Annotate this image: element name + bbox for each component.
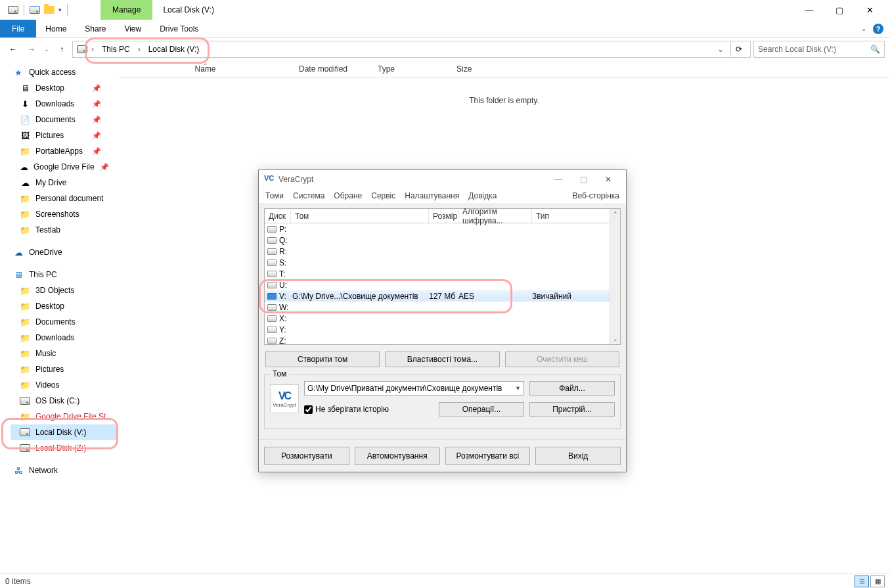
select-file-button[interactable]: Файл... [529,381,615,396]
forward-button[interactable]: → [24,41,39,57]
scroll-down-icon[interactable]: ⌄ [610,334,620,344]
sidebar-item[interactable]: Local Disk (Z:) [11,440,118,456]
menu-homepage[interactable]: Веб-сторінка [572,191,619,200]
details-view-button[interactable]: ☰ [855,576,869,587]
drive-row[interactable]: X: [265,313,620,324]
sidebar-item[interactable]: 🖼Pictures📌 [11,127,118,143]
drive-row[interactable]: V:G:\My Drive...\Сховище документів127 М… [265,290,620,302]
expand-ribbon-icon[interactable]: ⌄ [861,25,866,32]
drive-row[interactable]: P: [265,223,620,235]
chevron-right-icon[interactable]: › [137,45,142,54]
dismount-button[interactable]: Розмонтувати [264,447,349,465]
drive-list-header[interactable]: Диск Том Розмір Алгоритм шифрува... Тип [265,209,620,223]
sidebar-item[interactable]: ⬇Downloads📌 [11,96,118,112]
scroll-up-icon[interactable]: ⌃ [610,209,620,219]
volume-path-combo[interactable]: G:\My Drive\Приватні документи\Сховище д… [304,381,524,396]
open-folder-icon[interactable] [44,5,55,15]
contextual-tab-manage[interactable]: Manage [100,0,152,20]
drive-row[interactable]: Y: [265,324,620,335]
sidebar-item[interactable]: 📁3D Objects [11,283,118,298]
up-button[interactable]: ↑ [54,41,70,57]
dismount-all-button[interactable]: Розмонтувати всі [445,447,531,465]
menu-system[interactable]: Система [293,191,324,200]
col-type[interactable]: Тип [532,209,620,223]
wipe-cache-button[interactable]: Очистити кеш [505,351,619,367]
col-drive[interactable]: Диск [265,209,291,223]
drive-row[interactable]: R: [265,246,620,257]
sidebar-item[interactable]: 📁PortableApps📌 [11,143,118,159]
sidebar-item[interactable]: 📁Music [11,346,118,361]
sidebar-item[interactable]: 📁Personal document [11,191,118,206]
drive-row[interactable]: T: [265,268,620,279]
sidebar-item[interactable]: 📁Testlab [11,222,118,238]
properties-icon[interactable] [30,5,40,15]
chevron-down-icon[interactable]: ▼ [515,385,521,392]
chevron-right-icon[interactable]: › [90,45,95,54]
sidebar-network[interactable]: 🖧 Network [11,463,118,478]
sidebar-item[interactable]: 📁Desktop [11,298,118,314]
large-icons-view-button[interactable]: ▦ [870,576,885,587]
sidebar-item[interactable]: 📄Documents📌 [11,112,118,127]
address-bar[interactable]: › This PC › Local Disk (V:) ⌄ ⟳ [72,41,751,58]
column-headers[interactable]: ⌃Name Date modified Type Size [118,60,890,78]
drive-row[interactable]: W: [265,302,620,313]
scrollbar[interactable]: ⌃ ⌄ [610,209,620,344]
drive-list[interactable]: Диск Том Розмір Алгоритм шифрува... Тип … [264,208,621,345]
sidebar-quick-access[interactable]: ★ Quick access [11,64,118,80]
search-input[interactable]: Search Local Disk (V:) 🔍 [753,41,885,58]
sidebar-this-pc[interactable]: 🖥 This PC [11,267,118,283]
qat-dropdown-icon[interactable]: ▾ [58,7,62,13]
sidebar-item[interactable]: ☁Google Drive File📌 [11,159,118,175]
column-date[interactable]: Date modified [292,64,371,74]
tab-share[interactable]: Share [76,20,115,37]
drive-row[interactable]: Q: [265,235,620,246]
menu-volumes[interactable]: Томи [265,191,284,200]
column-name[interactable]: ⌃Name [118,64,292,74]
veracrypt-titlebar[interactable]: VC VeraCrypt — ▢ ✕ [259,170,626,189]
refresh-button[interactable]: ⟳ [730,41,746,57]
close-button[interactable]: ✕ [596,170,621,189]
sidebar-item[interactable]: 📁Google Drive File St [11,409,118,424]
column-type[interactable]: Type [371,64,450,74]
tab-drive-tools[interactable]: Drive Tools [150,20,208,37]
recent-dropdown-icon[interactable]: ⌄ [42,41,51,57]
sidebar-item[interactable]: 📁Documents [11,314,118,330]
col-size[interactable]: Розмір [429,209,458,223]
sidebar-onedrive[interactable]: ☁ OneDrive [11,244,118,260]
minimize-button[interactable]: — [546,170,571,189]
close-button[interactable]: ✕ [855,0,885,20]
address-dropdown-icon[interactable]: ⌄ [713,45,728,54]
tab-home[interactable]: Home [36,20,76,37]
drive-row[interactable]: S: [265,257,620,268]
menu-settings[interactable]: Налаштування [405,191,459,200]
column-size[interactable]: Size [450,64,529,74]
col-algo[interactable]: Алгоритм шифрува... [458,209,532,223]
volume-properties-button[interactable]: Властивості тома... [385,351,499,367]
back-button[interactable]: ← [5,41,21,57]
sidebar-item[interactable]: OS Disk (C:) [11,393,118,409]
breadcrumb-this-pc[interactable]: This PC [98,43,134,55]
minimize-button[interactable]: — [794,0,824,20]
menu-favorites[interactable]: Обране [334,191,362,200]
sidebar-item[interactable]: ☁My Drive [11,175,118,191]
drive-row[interactable]: Z: [265,335,620,346]
sidebar-item[interactable]: 📁Downloads [11,330,118,346]
select-device-button[interactable]: Пристрій... [529,402,615,417]
drive-row[interactable]: U: [265,279,620,290]
menu-tools[interactable]: Сервіс [371,191,395,200]
sidebar-item[interactable]: 📁Screenshots [11,206,118,222]
maximize-button[interactable]: ▢ [824,0,855,20]
sidebar-item[interactable]: 📁Videos [11,377,118,393]
tab-file[interactable]: File [0,20,36,37]
never-save-history-checkbox[interactable] [304,405,313,414]
navigation-pane[interactable]: ★ Quick access 🖥Desktop📌⬇Downloads📌📄Docu… [0,60,118,574]
veracrypt-window[interactable]: VC VeraCrypt — ▢ ✕ Томи Система Обране С… [258,170,627,472]
exit-button[interactable]: Вихід [535,447,621,465]
help-button[interactable]: ? [873,24,883,34]
breadcrumb-current[interactable]: Local Disk (V:) [145,43,204,55]
menu-help[interactable]: Довідка [468,191,497,200]
volume-tools-button[interactable]: Операції... [439,402,524,417]
col-volume[interactable]: Том [291,209,429,223]
sidebar-item[interactable]: Local Disk (V:) [11,424,118,440]
create-volume-button[interactable]: Створити том [265,351,380,367]
